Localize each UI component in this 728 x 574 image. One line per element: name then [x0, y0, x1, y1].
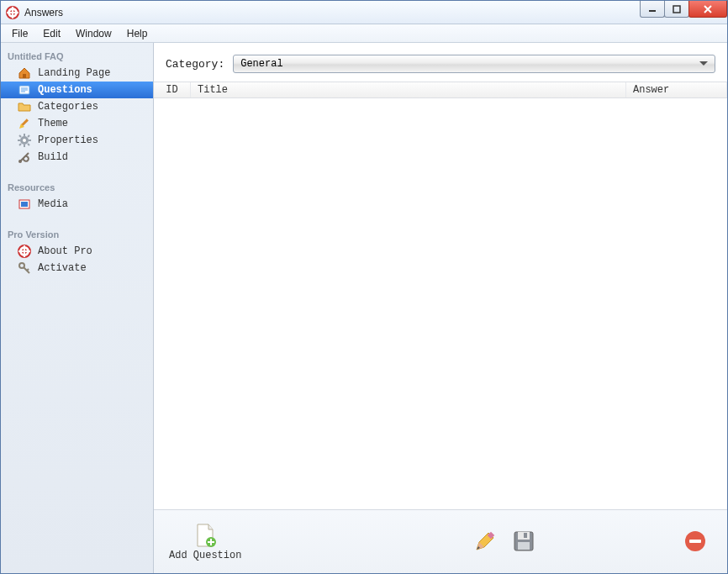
svg-point-11	[23, 139, 26, 142]
sidebar-item-label: About Pro	[38, 245, 92, 257]
window-title: Answers	[24, 7, 63, 18]
column-id[interactable]: ID	[154, 82, 191, 97]
titlebar: Answers	[1, 1, 727, 24]
svg-line-27	[27, 269, 29, 271]
sidebar: Untitled FAQ Landing Page Questions Cate…	[1, 43, 154, 573]
minimize-button[interactable]	[640, 1, 665, 18]
svg-line-16	[19, 135, 21, 137]
sidebar-group-resources: Resources	[1, 177, 153, 196]
sidebar-group-faq: Untitled FAQ	[1, 46, 153, 65]
svg-rect-32	[524, 533, 527, 538]
key-icon	[18, 261, 31, 275]
chevron-down-icon	[699, 58, 708, 70]
wrench-icon	[18, 150, 31, 164]
svg-rect-33	[518, 542, 530, 550]
menubar: File Edit Window Help	[1, 24, 727, 43]
sidebar-item-label: Categories	[38, 101, 98, 113]
maximize-button[interactable]	[664, 1, 689, 18]
main-panel: Category: General ID Title Answer Add Qu…	[154, 43, 727, 573]
sidebar-item-questions[interactable]: Questions	[1, 82, 153, 98]
svg-rect-22	[21, 202, 28, 207]
add-document-icon	[193, 523, 217, 548]
menu-help[interactable]: Help	[119, 24, 156, 42]
add-question-button[interactable]: Add Question	[169, 523, 241, 561]
sidebar-item-categories[interactable]: Categories	[1, 98, 153, 115]
sidebar-item-label: Build	[38, 151, 68, 163]
questions-icon	[18, 83, 31, 97]
folder-icon	[18, 100, 31, 113]
sidebar-item-theme[interactable]: Theme	[1, 115, 153, 132]
sidebar-item-label: Landing Page	[38, 67, 110, 79]
sidebar-item-label: Properties	[38, 134, 98, 146]
bottom-toolbar: Add Question	[154, 509, 727, 573]
category-label: Category:	[166, 58, 224, 71]
sidebar-item-properties[interactable]: Properties	[1, 132, 153, 149]
column-title[interactable]: Title	[191, 82, 626, 97]
sidebar-item-label: Questions	[38, 84, 92, 96]
sidebar-item-activate[interactable]: Activate	[1, 260, 153, 276]
body: Untitled FAQ Landing Page Questions Cate…	[1, 43, 727, 573]
lifebuoy-icon	[18, 245, 31, 258]
app-icon	[6, 6, 19, 19]
app-window: Answers File Edit Window Help Untitled F…	[0, 0, 728, 574]
delete-minus-icon[interactable]	[683, 529, 707, 555]
center-tools	[473, 529, 535, 555]
svg-point-20	[18, 160, 22, 163]
svg-line-18	[28, 135, 29, 137]
edit-pencil-icon[interactable]	[473, 529, 497, 555]
svg-rect-9	[21, 118, 28, 125]
save-floppy-icon[interactable]	[512, 529, 535, 555]
right-tools	[683, 529, 707, 555]
menu-file[interactable]: File	[4, 24, 35, 42]
table-header: ID Title Answer	[154, 82, 727, 98]
sidebar-item-label: Theme	[38, 118, 68, 129]
menu-window[interactable]: Window	[68, 24, 119, 42]
home-icon	[18, 66, 31, 80]
column-answer[interactable]: Answer	[626, 82, 727, 97]
sidebar-item-landing-page[interactable]: Landing Page	[1, 65, 153, 82]
close-button[interactable]	[688, 1, 727, 18]
svg-rect-3	[673, 6, 680, 13]
category-bar: Category: General	[154, 43, 727, 82]
svg-line-17	[28, 144, 29, 145]
svg-rect-4	[23, 74, 26, 78]
category-value: General	[240, 58, 282, 70]
category-select[interactable]: General	[233, 55, 715, 73]
sidebar-item-build[interactable]: Build	[1, 149, 153, 166]
sidebar-group-pro: Pro Version	[1, 224, 153, 243]
sidebar-item-about-pro[interactable]: About Pro	[1, 243, 153, 260]
sidebar-item-label: Media	[38, 198, 68, 210]
media-icon	[18, 197, 31, 211]
gear-icon	[18, 134, 31, 147]
svg-line-19	[19, 144, 21, 145]
window-buttons	[641, 1, 727, 18]
sidebar-item-label: Activate	[38, 262, 87, 274]
pencil-ruler-icon	[18, 117, 31, 130]
sidebar-item-media[interactable]: Media	[1, 196, 153, 213]
menu-edit[interactable]: Edit	[35, 24, 68, 42]
add-question-label: Add Question	[169, 550, 241, 561]
svg-rect-35	[689, 540, 701, 543]
table-body	[154, 98, 727, 509]
